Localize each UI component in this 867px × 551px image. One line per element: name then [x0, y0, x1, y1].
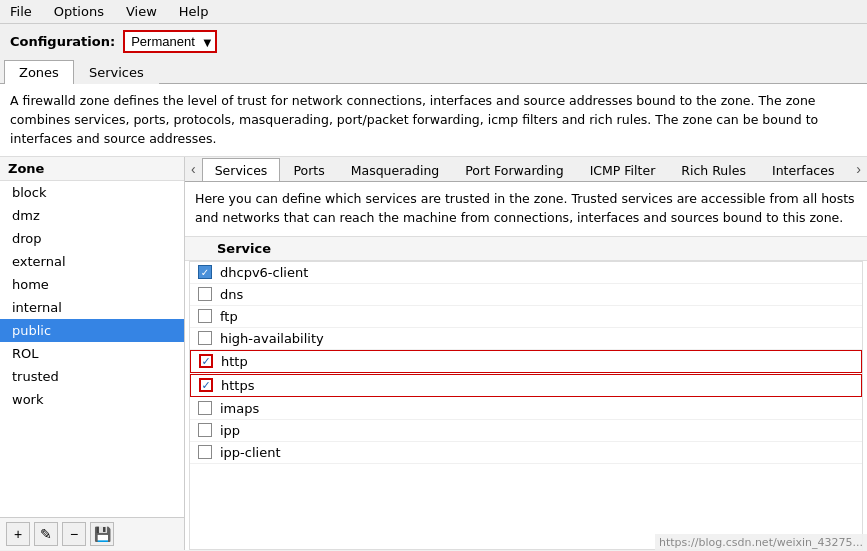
zone-item-block[interactable]: block [0, 181, 184, 204]
services-col-header: Service [217, 241, 271, 256]
panel-content: Here you can define which services are t… [185, 182, 867, 550]
services-area: Service ✓dhcpv6-clientdnsftphigh-availab… [185, 237, 867, 550]
service-name-ipp-client: ipp-client [220, 445, 281, 460]
tab-bar-wrapper: ‹ ServicesPortsMasqueradingPort Forwardi… [185, 157, 867, 182]
service-checkbox-https[interactable]: ✓ [199, 378, 213, 392]
edit-zone-button[interactable]: ✎ [34, 522, 58, 546]
service-item-dhcpv6-client[interactable]: ✓dhcpv6-client [190, 262, 862, 284]
tab-zones[interactable]: Zones [4, 60, 74, 84]
service-checkbox-http[interactable]: ✓ [199, 354, 213, 368]
service-name-ftp: ftp [220, 309, 238, 324]
menu-view[interactable]: View [120, 2, 163, 21]
save-zone-button[interactable]: 💾 [90, 522, 114, 546]
menu-file[interactable]: File [4, 2, 38, 21]
service-checkbox-imaps[interactable] [198, 401, 212, 415]
remove-zone-button[interactable]: − [62, 522, 86, 546]
top-tabs: Zones Services [0, 59, 867, 84]
zone-item-ROL[interactable]: ROL [0, 342, 184, 365]
service-name-imaps: imaps [220, 401, 259, 416]
services-table-header: Service [185, 237, 867, 261]
service-name-high-availability: high-availability [220, 331, 324, 346]
main-area: Zones Services A firewalld zone defines … [0, 59, 867, 550]
menu-help[interactable]: Help [173, 2, 215, 21]
zone-item-dmz[interactable]: dmz [0, 204, 184, 227]
right-panel: ‹ ServicesPortsMasqueradingPort Forwardi… [185, 157, 867, 550]
service-name-https: https [221, 378, 254, 393]
services-list[interactable]: ✓dhcpv6-clientdnsftphigh-availability✓ht… [189, 261, 863, 550]
service-item-dns[interactable]: dns [190, 284, 862, 306]
service-checkbox-ipp-client[interactable] [198, 445, 212, 459]
zone-item-internal[interactable]: internal [0, 296, 184, 319]
config-label: Configuration: [10, 34, 115, 49]
zones-header: Zone [0, 157, 184, 181]
service-checkbox-dhcpv6-client[interactable]: ✓ [198, 265, 212, 279]
service-item-ftp[interactable]: ftp [190, 306, 862, 328]
panel-tab-interfaces[interactable]: Interfaces [759, 158, 847, 181]
zone-item-work[interactable]: work [0, 388, 184, 411]
panel-tab-port-forwarding[interactable]: Port Forwarding [452, 158, 576, 181]
zones-toolbar: + ✎ − 💾 [0, 517, 184, 550]
panel-tab-icmp-filter[interactable]: ICMP Filter [577, 158, 669, 181]
zone-item-home[interactable]: home [0, 273, 184, 296]
tab-prev-button[interactable]: ‹ [185, 157, 202, 181]
panel-tab-bar: ServicesPortsMasqueradingPort Forwarding… [202, 157, 851, 181]
tab-services-top[interactable]: Services [74, 60, 159, 84]
service-name-dns: dns [220, 287, 243, 302]
zone-item-drop[interactable]: drop [0, 227, 184, 250]
service-checkbox-high-availability[interactable] [198, 331, 212, 345]
menu-options[interactable]: Options [48, 2, 110, 21]
zone-item-public[interactable]: public [0, 319, 184, 342]
service-checkbox-ipp[interactable] [198, 423, 212, 437]
service-name-ipp: ipp [220, 423, 240, 438]
content-area: Zone blockdmzdropexternalhomeinternalpub… [0, 157, 867, 550]
zone-item-external[interactable]: external [0, 250, 184, 273]
service-item-high-availability[interactable]: high-availability [190, 328, 862, 350]
service-item-ipp[interactable]: ipp [190, 420, 862, 442]
panel-description: Here you can define which services are t… [185, 182, 867, 237]
zones-sidebar: Zone blockdmzdropexternalhomeinternalpub… [0, 157, 185, 550]
panel-tab-services[interactable]: Services [202, 158, 281, 181]
config-bar: Configuration: Permanent Runtime ▼ [0, 24, 867, 59]
service-checkbox-ftp[interactable] [198, 309, 212, 323]
zone-description: A firewalld zone defines the level of tr… [0, 84, 867, 157]
service-checkbox-dns[interactable] [198, 287, 212, 301]
service-item-imaps[interactable]: imaps [190, 398, 862, 420]
tab-next-button[interactable]: › [850, 157, 867, 181]
zone-list: blockdmzdropexternalhomeinternalpublicRO… [0, 181, 184, 517]
service-name-dhcpv6-client: dhcpv6-client [220, 265, 308, 280]
url-bar: https://blog.csdn.net/weixin_43275... [655, 534, 867, 551]
panel-tab-rich-rules[interactable]: Rich Rules [668, 158, 759, 181]
service-name-http: http [221, 354, 248, 369]
config-select-wrapper: Permanent Runtime ▼ [123, 30, 217, 53]
service-item-https[interactable]: ✓https [190, 374, 862, 397]
zone-item-trusted[interactable]: trusted [0, 365, 184, 388]
panel-tab-ports[interactable]: Ports [280, 158, 337, 181]
menubar: File Options View Help [0, 0, 867, 24]
add-zone-button[interactable]: + [6, 522, 30, 546]
service-item-ipp-client[interactable]: ipp-client [190, 442, 862, 464]
panel-tab-masquerading[interactable]: Masquerading [338, 158, 453, 181]
service-item-http[interactable]: ✓http [190, 350, 862, 373]
config-select[interactable]: Permanent Runtime [125, 32, 215, 51]
